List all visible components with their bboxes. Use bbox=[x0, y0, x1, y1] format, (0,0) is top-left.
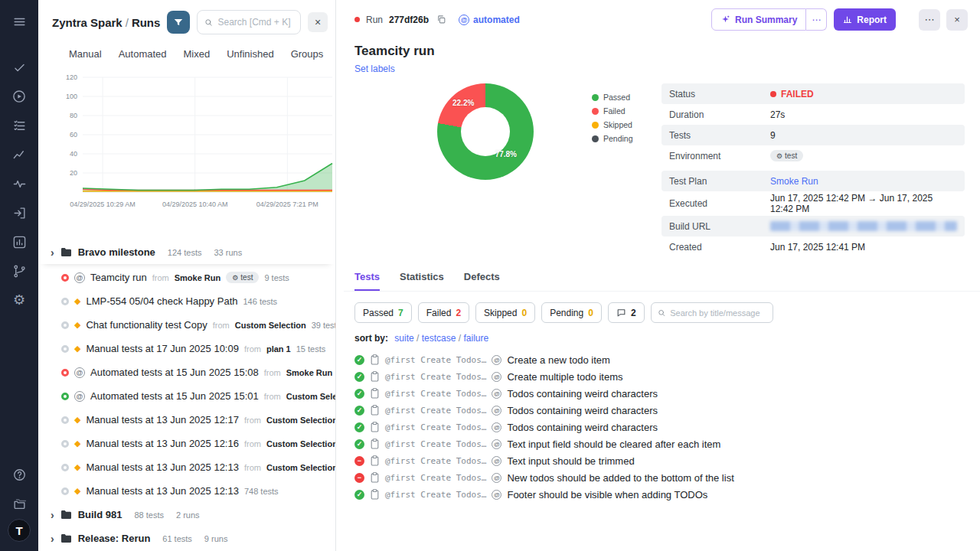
close-run-button[interactable]: × bbox=[946, 9, 968, 31]
run-status-dot bbox=[354, 17, 360, 22]
result-filter-chip[interactable]: Passed 7 bbox=[354, 302, 412, 323]
app-logo[interactable]: T bbox=[8, 519, 31, 542]
nav-settings-button[interactable]: ⚙ bbox=[5, 286, 33, 314]
run-list-item[interactable]: ◆ Chat functionality test Copy from Cust… bbox=[38, 313, 335, 337]
more-actions-button[interactable]: ⋯ bbox=[919, 9, 940, 31]
run-filter-tab[interactable]: Unfinished bbox=[227, 48, 273, 60]
test-row[interactable]: − @first Create Todos… @ Text input shou… bbox=[354, 452, 963, 469]
automated-badge-label: automated bbox=[473, 15, 520, 25]
result-filter-chip[interactable]: Pending 0 bbox=[541, 302, 602, 323]
detail-tab[interactable]: Defects bbox=[464, 271, 500, 291]
nav-import-button[interactable] bbox=[5, 199, 33, 227]
panel-search[interactable] bbox=[197, 10, 301, 34]
detail-tab[interactable]: Statistics bbox=[400, 271, 444, 291]
redacted-build-url[interactable] bbox=[770, 221, 957, 231]
nav-projects-button[interactable] bbox=[5, 490, 33, 517]
panel-search-input[interactable] bbox=[217, 17, 293, 28]
sort-option-suite[interactable]: suite bbox=[394, 333, 413, 344]
detail-label: Build URL bbox=[669, 221, 770, 232]
detail-tab[interactable]: Tests bbox=[354, 271, 380, 291]
run-list-item[interactable]: ◆ Manual tests at 13 Jun 2025 12:17 from… bbox=[38, 408, 335, 432]
tests-search-input[interactable] bbox=[670, 308, 766, 318]
group-row[interactable]: › Build 981 88 tests 2 runs bbox=[38, 503, 335, 527]
nav-runs-button[interactable] bbox=[5, 83, 33, 110]
nav-help-button[interactable] bbox=[5, 461, 33, 488]
detail-row: Build URL bbox=[662, 216, 965, 236]
run-list-item[interactable]: @ Teamcity run from Smoke Run ⚙test 9 te… bbox=[38, 266, 335, 289]
test-row[interactable]: ✓ @first Create Todos… @ Text input fiel… bbox=[354, 435, 963, 452]
clipboard-icon bbox=[370, 405, 380, 416]
test-row[interactable]: ✓ @first Create Todos… @ Todos containin… bbox=[354, 402, 963, 419]
chip-count: 0 bbox=[521, 308, 527, 318]
automated-icon: @ bbox=[492, 355, 501, 365]
milestone-row[interactable]: › Bravo milestone 124 tests 33 runs bbox=[38, 240, 335, 264]
test-row[interactable]: − @first Create Todos… @ New todos shoul… bbox=[354, 469, 963, 486]
run-list-item[interactable]: ◆ LMP-554 05/04 check Happy Path 146 tes… bbox=[38, 289, 335, 313]
run-list-item[interactable]: ◆ Manual tests at 13 Jun 2025 12:16 from… bbox=[38, 432, 335, 455]
detail-value[interactable]: Smoke Run bbox=[770, 176, 818, 187]
run-list-item[interactable]: ◆ Manual tests at 13 Jun 2025 12:13 748 … bbox=[38, 479, 335, 503]
nav-tests-button[interactable] bbox=[5, 54, 33, 81]
comments-chip[interactable]: 2 bbox=[608, 302, 645, 323]
test-status-icon: ✓ bbox=[354, 372, 364, 382]
run-filter-tab[interactable]: Mixed bbox=[184, 48, 211, 60]
run-list-item[interactable]: @ Automated tests at 15 Jun 2025 15:08 f… bbox=[38, 360, 335, 384]
test-row[interactable]: ✓ @first Create Todos… @ Footer should b… bbox=[354, 486, 963, 503]
run-filter-tab[interactable]: Manual bbox=[69, 48, 102, 60]
failed-status-dot bbox=[770, 91, 776, 97]
run-list-item[interactable]: @ Automated tests at 15 Jun 2025 15:01 f… bbox=[38, 384, 335, 408]
run-from-label: from bbox=[264, 392, 281, 401]
tests-search[interactable] bbox=[651, 302, 773, 323]
automated-icon: @ bbox=[492, 422, 501, 432]
set-labels-link[interactable]: Set labels bbox=[354, 64, 963, 74]
panel-header: Zyntra Spark/Runs × bbox=[38, 0, 335, 41]
status-value: FAILED bbox=[781, 89, 814, 99]
sort-option-testcase[interactable]: testcase bbox=[422, 333, 456, 344]
detail-value: 9 bbox=[770, 130, 776, 141]
chip-count: 7 bbox=[398, 308, 403, 318]
test-row[interactable]: ✓ @first Create Todos… @ Create multiple… bbox=[354, 368, 963, 385]
run-list-item[interactable]: ◆ Manual tests at 17 Jun 2025 10:09 from… bbox=[38, 337, 335, 360]
nav-reports-button[interactable] bbox=[5, 228, 33, 256]
run-name: Manual tests at 13 Jun 2025 12:17 bbox=[86, 414, 238, 425]
test-row[interactable]: ✓ @first Create Todos… @ Todos containin… bbox=[354, 385, 963, 402]
test-suite: @first Create Todos… bbox=[385, 355, 486, 365]
panel-close-button[interactable]: × bbox=[308, 12, 328, 32]
chevron-right-icon[interactable]: › bbox=[51, 510, 54, 520]
test-suite: @first Create Todos… bbox=[385, 456, 486, 466]
run-filter-tab[interactable]: Automated bbox=[119, 48, 167, 60]
report-button[interactable]: Report bbox=[834, 8, 896, 31]
copy-run-id-button[interactable] bbox=[435, 13, 448, 26]
nav-branches-button[interactable] bbox=[5, 257, 33, 285]
nav-activity-button[interactable] bbox=[5, 170, 33, 197]
test-suite: @first Create Todos… bbox=[385, 439, 486, 449]
run-summary-button[interactable]: Run Summary bbox=[711, 8, 806, 31]
nav-plans-button[interactable] bbox=[5, 112, 33, 139]
pulse-icon bbox=[12, 177, 27, 191]
automated-badge[interactable]: @ automated bbox=[459, 15, 520, 25]
test-row[interactable]: ✓ @first Create Todos… @ Create a new to… bbox=[354, 351, 963, 368]
run-list-item[interactable]: ◆ Manual tests at 13 Jun 2025 12:13 from… bbox=[38, 455, 335, 479]
chevron-right-icon[interactable]: › bbox=[51, 533, 54, 544]
test-status-icon: ✓ bbox=[354, 490, 364, 500]
test-row[interactable]: ✓ @first Create Todos… @ Todos containin… bbox=[354, 419, 963, 435]
legend-item: Pending bbox=[592, 134, 633, 143]
result-filter-chip[interactable]: Failed 2 bbox=[418, 302, 469, 323]
sort-option-failure[interactable]: failure bbox=[463, 333, 488, 344]
result-filter-chip[interactable]: Skipped 0 bbox=[475, 302, 535, 323]
runs-timeline-chart: 2040608010012004/29/2025 10:29 AM04/29/2… bbox=[38, 67, 335, 214]
copy-icon bbox=[436, 15, 446, 24]
nav-menu-button[interactable] bbox=[5, 8, 33, 35]
run-summary-more-button[interactable]: ⋯ bbox=[806, 8, 827, 31]
run-source: Custom Selection bbox=[266, 439, 335, 448]
breadcrumb-project[interactable]: Zyntra Spark bbox=[52, 16, 122, 29]
filter-button[interactable] bbox=[167, 11, 190, 34]
group-row[interactable]: › Release: Rerun 61 tests 9 runs bbox=[38, 527, 335, 550]
run-from-label: from bbox=[152, 273, 169, 282]
test-status-icon: − bbox=[354, 456, 364, 466]
run-test-count: 9 tests bbox=[264, 273, 289, 282]
chevron-right-icon[interactable]: › bbox=[51, 247, 54, 258]
nav-analytics-button[interactable] bbox=[5, 141, 33, 168]
run-filter-tab[interactable]: Groups bbox=[291, 48, 324, 60]
badge-label: test bbox=[785, 152, 797, 160]
